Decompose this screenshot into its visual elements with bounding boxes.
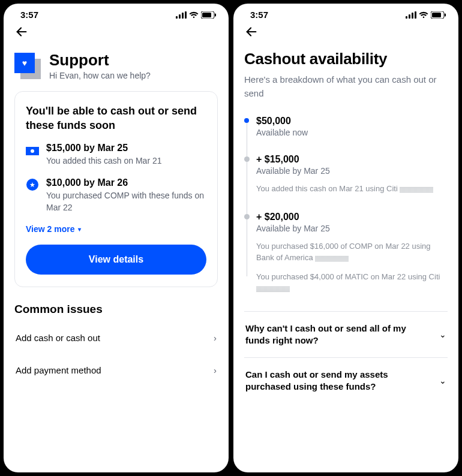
svg-rect-8	[406, 16, 407, 19]
heart-icon: ♥	[22, 58, 27, 68]
svg-rect-9	[409, 14, 410, 19]
timeline-item: + $15,000 Available by Mar 25 You added …	[256, 154, 448, 195]
timeline-dot-icon	[244, 214, 250, 219]
timeline-amount: $50,000	[256, 116, 448, 126]
status-indicators	[176, 11, 217, 19]
svg-rect-6	[215, 13, 216, 16]
faq-question: Why can't I cash out or send all of my f…	[245, 323, 432, 347]
svg-rect-11	[415, 11, 416, 19]
phone-right: 3:57 Cashout availability Here's a break…	[233, 4, 458, 472]
page-title: Support	[49, 51, 151, 70]
signal-icon	[176, 11, 187, 19]
chevron-down-icon: ⌄	[439, 330, 446, 339]
timeline-avail: Available by Mar 25	[256, 166, 448, 176]
availability-timeline: $50,000 Available now + $15,000 Availabl…	[244, 116, 448, 294]
page-title: Cashout availability	[244, 50, 448, 68]
arrow-left-icon	[15, 25, 28, 38]
support-content: ♥ Support Hi Evan, how can we help? You'…	[4, 44, 229, 472]
nav-bar	[4, 22, 229, 44]
svg-rect-13	[432, 13, 441, 17]
timeline-amount: + $15,000	[256, 154, 448, 165]
timeline-note: You purchased $4,000 of MATIC on Mar 22 …	[256, 271, 448, 294]
svg-rect-1	[179, 14, 181, 19]
issue-row-payment[interactable]: Add payment method ›	[14, 354, 218, 386]
svg-rect-0	[176, 16, 178, 19]
timeline-note: You added this cash on Mar 21 using Citi	[256, 183, 448, 195]
chevron-right-icon: ›	[214, 333, 217, 343]
view-details-button[interactable]: View details	[26, 245, 206, 275]
chevron-down-icon: ⌄	[439, 376, 446, 385]
status-indicators	[406, 11, 446, 19]
back-button[interactable]	[244, 25, 259, 39]
fund-desc: You purchased COMP with these funds on M…	[46, 190, 206, 213]
star-icon: ★	[26, 179, 38, 191]
arrow-left-icon	[245, 25, 258, 38]
timeline-avail: Available now	[256, 128, 448, 137]
signal-icon	[406, 11, 416, 19]
timeline-item: + $20,000 Available by Mar 25 You purcha…	[256, 212, 448, 294]
svg-rect-14	[445, 13, 446, 16]
issue-row-cash[interactable]: Add cash or cash out ›	[14, 322, 218, 354]
greeting-text: Hi Evan, how can we help?	[49, 71, 151, 80]
fund-item: ★ $10,000 by Mar 26 You purchased COMP w…	[26, 177, 206, 213]
timeline-dot-icon	[244, 118, 249, 123]
card-title: You'll be able to cash out or send these…	[26, 104, 206, 133]
page-subtitle: Here's a breakdown of what you can cash …	[244, 73, 448, 100]
timeline-note: You purchased $16,000 of COMP on Mar 22 …	[256, 240, 448, 264]
wifi-icon	[189, 11, 199, 19]
svg-rect-10	[412, 13, 413, 19]
wifi-icon	[419, 11, 428, 19]
fund-desc: You added this cash on Mar 21	[46, 155, 162, 167]
timeline-item: $50,000 Available now	[256, 116, 448, 137]
fund-amount: $10,000 by Mar 26	[46, 177, 206, 188]
nav-bar	[233, 22, 458, 44]
issue-label: Add cash or cash out	[16, 333, 100, 343]
cash-icon	[26, 147, 39, 155]
battery-icon	[201, 11, 217, 19]
redacted-text	[315, 255, 349, 261]
issue-label: Add payment method	[16, 365, 101, 375]
redacted-text	[400, 186, 433, 192]
view-more-label: View 2 more	[26, 224, 74, 234]
support-header: ♥ Support Hi Evan, how can we help?	[14, 51, 218, 80]
faq-row[interactable]: Can I cash out or send my assets purchas…	[244, 357, 448, 404]
button-label: View details	[89, 254, 143, 264]
faq-question: Can I cash out or send my assets purchas…	[245, 369, 432, 393]
support-icon: ♥	[14, 53, 41, 79]
chevron-right-icon: ›	[214, 365, 217, 375]
timeline-dot-icon	[244, 156, 250, 162]
svg-rect-2	[182, 13, 184, 19]
status-time: 3:57	[250, 10, 268, 20]
status-time: 3:57	[20, 10, 38, 20]
battery-icon	[431, 11, 446, 19]
faq-row[interactable]: Why can't I cash out or send all of my f…	[244, 311, 448, 358]
funds-card: You'll be able to cash out or send these…	[14, 91, 218, 287]
status-bar: 3:57	[233, 4, 458, 22]
cashout-content: Cashout availability Here's a breakdown …	[233, 44, 458, 472]
timeline-amount: + $20,000	[256, 212, 448, 222]
fund-amount: $15,000 by Mar 25	[46, 143, 162, 153]
chevron-down-icon: ▾	[78, 226, 81, 233]
redacted-text	[256, 286, 290, 292]
svg-rect-5	[202, 13, 211, 17]
phone-left: 3:57 ♥ Support Hi Evan, how can we help?…	[4, 4, 229, 472]
svg-rect-3	[185, 11, 187, 19]
timeline-avail: Available by Mar 25	[256, 224, 448, 233]
section-title: Common issues	[14, 303, 218, 316]
fund-item: $15,000 by Mar 25 You added this cash on…	[26, 143, 206, 167]
status-bar: 3:57	[4, 4, 229, 22]
view-more-link[interactable]: View 2 more ▾	[26, 224, 206, 234]
back-button[interactable]	[14, 25, 29, 39]
